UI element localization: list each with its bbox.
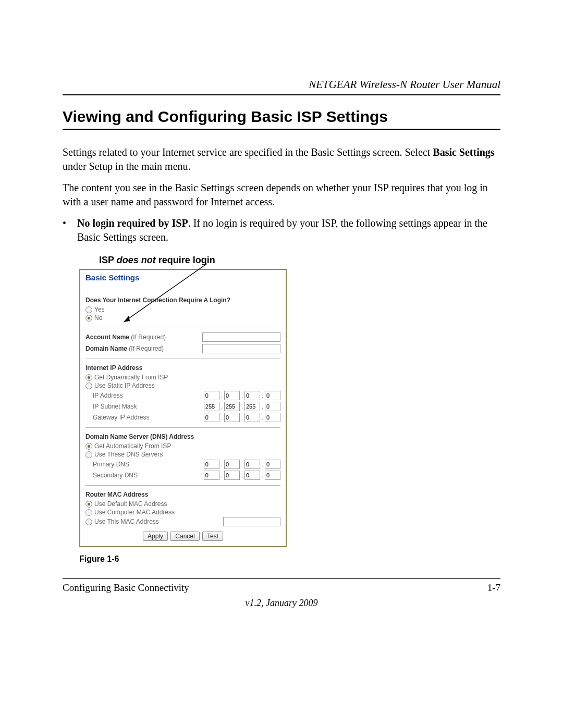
- dns-heading: Domain Name Server (DNS) Address: [85, 433, 280, 440]
- option-mac-computer[interactable]: Use Computer MAC Address: [85, 509, 280, 516]
- cancel-button[interactable]: Cancel: [170, 532, 199, 541]
- primary-dns-2[interactable]: [224, 460, 240, 469]
- radio-no[interactable]: [85, 315, 92, 322]
- divider: [85, 327, 280, 327]
- paragraph-1: Settings related to your Internet servic…: [63, 145, 500, 174]
- secondary-dns-fields: . . .: [204, 471, 280, 480]
- option-mac-default[interactable]: Use Default MAC Address: [85, 500, 280, 508]
- page-number: 1-7: [487, 582, 500, 594]
- gateway-label: Gateway IP Address: [93, 414, 150, 421]
- ip-address-label: IP Address: [93, 392, 123, 399]
- radio-mac-computer[interactable]: [85, 509, 92, 516]
- option-dns-these[interactable]: Use These DNS Servers: [85, 451, 280, 458]
- domain-name-label: Domain Name (If Required): [85, 345, 164, 352]
- basic-settings-panel: Basic Settings Does Your Internet Connec…: [79, 269, 287, 547]
- gateway-2[interactable]: [224, 413, 240, 422]
- bullet-lead: No login required by ISP: [77, 217, 188, 229]
- ip-address-1[interactable]: [204, 391, 219, 400]
- internet-ip-heading: Internet IP Address: [85, 364, 280, 372]
- account-name-input[interactable]: [202, 332, 280, 342]
- callout-b: require login: [156, 255, 215, 265]
- option-no[interactable]: No: [85, 314, 280, 322]
- callout-em: does not: [117, 255, 156, 265]
- panel-title: Basic Settings: [85, 273, 280, 282]
- subnet-1[interactable]: [204, 402, 219, 411]
- radio-static-ip[interactable]: [85, 382, 92, 389]
- option-dynamic-isp[interactable]: Get Dynamically From ISP: [85, 374, 280, 381]
- gateway-4[interactable]: [265, 413, 280, 422]
- divider: [85, 359, 280, 359]
- divider: [85, 485, 280, 486]
- manual-title: NETGEAR Wireless-N Router User Manual: [63, 78, 500, 91]
- mac-heading: Router MAC Address: [85, 491, 280, 498]
- paragraph-2: The content you see in the Basic Setting…: [63, 181, 500, 209]
- label-mac-this: Use This MAC Address: [94, 518, 159, 525]
- secondary-dns-2[interactable]: [224, 471, 240, 480]
- label-dynamic-isp: Get Dynamically From ISP: [94, 374, 168, 381]
- gateway-fields: . . .: [204, 413, 280, 422]
- figure-callout: ISP does not require login: [99, 255, 500, 266]
- subnet-3[interactable]: [244, 402, 260, 411]
- figure-caption: Figure 1-6: [79, 554, 500, 564]
- header-rule: [63, 94, 500, 95]
- option-mac-this[interactable]: Use This MAC Address: [85, 517, 280, 526]
- callout-a: ISP: [99, 255, 117, 265]
- mac-address-input[interactable]: [223, 517, 280, 526]
- subnet-label: IP Subnet Mask: [93, 403, 137, 410]
- label-dns-these: Use These DNS Servers: [94, 451, 163, 458]
- primary-dns-3[interactable]: [244, 460, 260, 469]
- primary-dns-label: Primary DNS: [93, 461, 129, 468]
- primary-dns-fields: . . .: [204, 460, 280, 469]
- label-mac-computer: Use Computer MAC Address: [94, 509, 175, 516]
- label-yes: Yes: [94, 306, 105, 313]
- ip-address-3[interactable]: [244, 391, 260, 400]
- login-question: Does Your Internet Connection Require A …: [85, 297, 280, 304]
- subnet-fields: . . .: [204, 402, 280, 411]
- footer-rule: [63, 578, 500, 579]
- radio-dynamic-isp[interactable]: [85, 374, 92, 381]
- subnet-2[interactable]: [224, 402, 240, 411]
- option-dns-auto[interactable]: Get Automatically From ISP: [85, 442, 280, 450]
- radio-dns-these[interactable]: [85, 451, 92, 458]
- if-required-2: (If Required): [127, 345, 164, 352]
- domain-name-input[interactable]: [202, 344, 280, 353]
- paragraph-1-bold: Basic Settings: [433, 146, 494, 158]
- gateway-3[interactable]: [244, 413, 260, 422]
- radio-mac-default[interactable]: [85, 501, 92, 508]
- section-heading: Viewing and Configuring Basic ISP Settin…: [63, 108, 500, 126]
- test-button[interactable]: Test: [202, 532, 223, 541]
- radio-dns-auto[interactable]: [85, 443, 92, 450]
- account-name-label: Account Name (If Required): [85, 334, 166, 341]
- radio-yes[interactable]: [85, 306, 92, 313]
- bullet-item: • No login required by ISP. If no login …: [63, 216, 500, 244]
- secondary-dns-4[interactable]: [265, 471, 280, 480]
- secondary-dns-label: Secondary DNS: [93, 472, 138, 479]
- domain-name-text: Domain Name: [85, 345, 127, 352]
- paragraph-1c: under Setup in the main menu.: [63, 161, 191, 172]
- paragraph-1a: Settings related to your Internet servic…: [63, 146, 433, 158]
- heading-rule: [63, 129, 500, 130]
- primary-dns-1[interactable]: [204, 460, 219, 469]
- apply-button[interactable]: Apply: [143, 532, 168, 541]
- option-yes[interactable]: Yes: [85, 306, 280, 313]
- option-static-ip[interactable]: Use Static IP Address: [85, 382, 280, 389]
- bullet-marker: •: [63, 216, 77, 244]
- account-name-text: Account Name: [85, 334, 129, 341]
- secondary-dns-3[interactable]: [244, 471, 260, 480]
- ip-address-fields: . . .: [204, 391, 280, 400]
- footer-left: Configuring Basic Connectivity: [63, 582, 189, 594]
- primary-dns-4[interactable]: [265, 460, 280, 469]
- secondary-dns-1[interactable]: [204, 471, 219, 480]
- footer-version: v1.2, January 2009: [63, 598, 500, 609]
- label-static-ip: Use Static IP Address: [94, 382, 155, 389]
- label-mac-default: Use Default MAC Address: [94, 500, 167, 508]
- subnet-4[interactable]: [265, 402, 280, 411]
- label-dns-auto: Get Automatically From ISP: [94, 442, 171, 450]
- ip-address-2[interactable]: [224, 391, 240, 400]
- radio-mac-this[interactable]: [85, 519, 92, 525]
- bullet-text: No login required by ISP. If no login is…: [77, 216, 500, 244]
- ip-address-4[interactable]: [265, 391, 280, 400]
- if-required-1: (If Required): [129, 334, 166, 341]
- gateway-1[interactable]: [204, 413, 219, 422]
- divider: [85, 427, 280, 428]
